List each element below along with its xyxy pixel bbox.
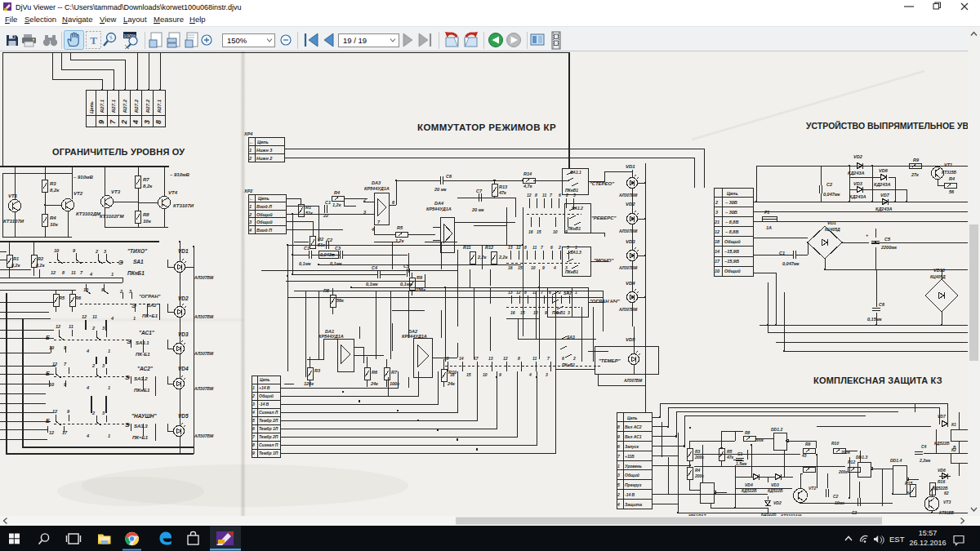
svg-text:VD3: VD3 <box>626 239 635 244</box>
svg-text:24к: 24к <box>447 381 456 386</box>
svg-text:15: 15 <box>537 229 541 234</box>
svg-text:R3: R3 <box>695 449 701 454</box>
svg-text:10: 10 <box>715 269 719 273</box>
svg-text:"МОНО": "МОНО" <box>594 258 614 263</box>
svg-text:КТ3102ГМ: КТ3102ГМ <box>100 214 124 219</box>
svg-text:С4: С4 <box>372 265 377 270</box>
svg-text:43: 43 <box>801 453 807 458</box>
svg-text:8: 8 <box>62 270 65 275</box>
svg-text:SA1: SA1 <box>133 259 144 264</box>
svg-text:АЛ307БМ: АЛ307БМ <box>618 193 638 198</box>
svg-text:SA1.2: SA1.2 <box>572 206 583 211</box>
svg-text:0,047мк: 0,047мк <box>823 192 841 197</box>
svg-text:АЛ307БМ: АЛ307БМ <box>623 379 643 383</box>
svg-text:VD4: VD4 <box>626 281 635 286</box>
svg-text:12: 12 <box>52 409 57 414</box>
svg-text:2: 2 <box>558 245 561 250</box>
svg-text:16: 16 <box>528 229 533 234</box>
svg-text:КД522Б: КД522Б <box>768 488 783 493</box>
svg-text:13: 13 <box>508 245 513 250</box>
svg-text:26.12.2016: 26.12.2016 <box>909 539 946 547</box>
svg-text:DA3: DA3 <box>372 180 381 185</box>
svg-text:R27.1: R27.1 <box>111 99 116 113</box>
svg-text:1: 1 <box>249 204 252 209</box>
svg-text:3к: 3к <box>906 491 911 495</box>
svg-text:Э: Э <box>118 259 123 266</box>
svg-text:13: 13 <box>488 356 493 361</box>
svg-text:R27.2: R27.2 <box>122 99 127 113</box>
svg-text:"АС1": "АС1" <box>139 330 155 335</box>
svg-text:VD4: VD4 <box>745 482 753 487</box>
svg-text:9: 9 <box>252 451 255 455</box>
svg-text:Цепь: Цепь <box>627 415 637 420</box>
svg-text:3: 3 <box>249 220 252 224</box>
svg-text:10к: 10к <box>50 222 59 227</box>
svg-text:VD3: VD3 <box>853 181 862 186</box>
svg-text:F1: F1 <box>764 210 769 215</box>
svg-text:R3: R3 <box>50 181 56 186</box>
svg-text:Общий: Общий <box>724 269 741 273</box>
svg-text:VD2: VD2 <box>626 202 635 207</box>
svg-text:120к: 120к <box>304 381 314 386</box>
svg-text:КОММУТАТОР РЕЖИМОВ КР: КОММУТАТОР РЕЖИМОВ КР <box>417 122 556 132</box>
svg-text:17: 17 <box>474 356 479 361</box>
svg-text:R27.1: R27.1 <box>100 99 105 113</box>
svg-text:КТ3107И: КТ3107И <box>3 219 24 224</box>
svg-text:6: 6 <box>617 444 620 449</box>
svg-text:8,2к: 8,2к <box>143 184 153 189</box>
svg-text:156к: 156к <box>416 287 426 292</box>
svg-text:КР544УД1А: КР544УД1А <box>426 207 452 211</box>
svg-text:R8: R8 <box>745 430 751 435</box>
svg-text:Нижн 2: Нижн 2 <box>256 156 272 161</box>
svg-text:+11В: +11В <box>625 454 635 459</box>
svg-text:VD3: VD3 <box>178 331 189 337</box>
svg-text:~15,9В: ~15,9В <box>724 259 739 264</box>
svg-text:3: 3 <box>363 210 366 215</box>
svg-text:R4: R4 <box>50 216 56 220</box>
svg-text:АЛ307БМ: АЛ307БМ <box>194 433 214 438</box>
svg-text:6: 6 <box>562 356 564 361</box>
svg-text:8: 8 <box>524 245 527 250</box>
svg-text:АЛ307БМ: АЛ307БМ <box>194 275 214 280</box>
svg-text:2: 2 <box>95 249 98 254</box>
svg-text:2: 2 <box>120 120 128 125</box>
svg-text:R2: R2 <box>38 256 43 261</box>
svg-text:4: 4 <box>131 120 140 125</box>
svg-text:8: 8 <box>518 356 520 361</box>
svg-text:16: 16 <box>510 310 515 315</box>
svg-text:ПКнБ1: ПКнБ1 <box>565 269 578 274</box>
svg-text:200к: 200к <box>838 469 848 474</box>
svg-text:1,2к: 1,2к <box>332 202 342 207</box>
svg-text:11: 11 <box>92 314 97 319</box>
svg-text:9: 9 <box>97 120 105 124</box>
svg-text:3: 3 <box>715 210 718 215</box>
svg-text:9: 9 <box>617 434 620 439</box>
svg-text:VD1: VD1 <box>827 220 836 225</box>
svg-text:R12: R12 <box>485 245 493 250</box>
svg-text:7: 7 <box>550 193 552 198</box>
svg-text:4: 4 <box>553 265 556 270</box>
svg-text:12: 12 <box>49 430 54 435</box>
svg-text:"НАУШН": "НАУШН" <box>131 413 158 419</box>
svg-text:VT3: VT3 <box>943 500 951 504</box>
svg-text:Цепь: Цепь <box>258 196 270 201</box>
svg-text:12: 12 <box>503 356 508 361</box>
svg-text:12: 12 <box>527 193 532 198</box>
svg-text:8,2к: 8,2к <box>50 188 60 193</box>
svg-text:VT2: VT2 <box>808 486 816 491</box>
svg-text:19 / 19: 19 / 19 <box>343 36 367 45</box>
svg-text:"ОГРАН НЧ": "ОГРАН НЧ" <box>590 299 620 304</box>
svg-text:VD2: VD2 <box>853 154 862 159</box>
svg-text:АЛ307БМ: АЛ307БМ <box>618 229 638 233</box>
svg-text:6: 6 <box>252 426 255 431</box>
svg-text:Цепь: Цепь <box>727 191 738 196</box>
svg-text:R6: R6 <box>75 295 82 300</box>
svg-text:Вход П: Вход П <box>256 228 273 233</box>
svg-text:2: 2 <box>565 193 568 198</box>
svg-text:10: 10 <box>553 229 558 234</box>
svg-text:VT3: VT3 <box>111 189 121 194</box>
svg-text:~15,9В: ~15,9В <box>724 249 739 254</box>
svg-text:R5: R5 <box>727 449 733 454</box>
svg-text:2: 2 <box>91 363 95 368</box>
svg-text:~ 8,8В: ~ 8,8В <box>725 220 738 224</box>
